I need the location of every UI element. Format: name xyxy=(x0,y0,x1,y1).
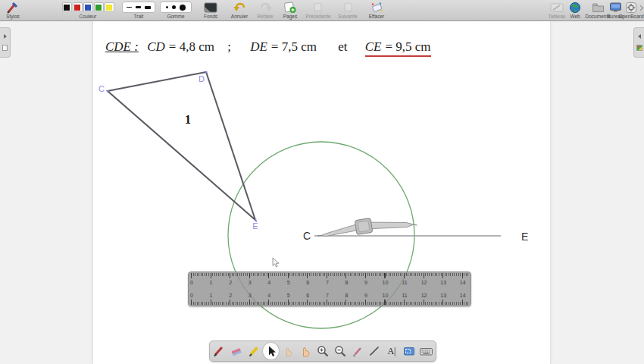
ruler-number: 6 xyxy=(306,280,309,285)
ruler-number: 2 xyxy=(229,280,232,285)
pen-color-button[interactable] xyxy=(83,2,93,12)
ruler-number: 3 xyxy=(249,293,252,298)
undo-label: Annuler xyxy=(231,14,248,19)
pen-color-button[interactable] xyxy=(94,2,104,12)
backgrounds-icon xyxy=(204,1,217,14)
ruler-number: 9 xyxy=(364,280,367,285)
stylus-toolbar: A| xyxy=(209,340,436,362)
statement-heading: CDE : xyxy=(105,39,139,54)
statement-separator: ; xyxy=(227,39,231,54)
ruler-mm-ticks-bottom xyxy=(191,302,468,305)
select-tool-button[interactable] xyxy=(263,343,279,359)
eraser-button[interactable] xyxy=(229,343,245,359)
pen-color-swatch xyxy=(95,5,102,11)
library-tab[interactable] xyxy=(633,27,644,58)
ruler-number: 10 xyxy=(383,280,389,285)
capture-button[interactable] xyxy=(401,343,417,359)
redo-icon xyxy=(259,1,272,14)
previous-page-label: Précédente xyxy=(305,14,330,19)
top-toolbar: Stylos Couleur Trait xyxy=(0,0,644,21)
clear-page-button[interactable]: Effacer xyxy=(364,1,389,20)
folder-icon xyxy=(592,1,605,14)
capture-icon xyxy=(402,344,416,358)
pen-color-swatches xyxy=(62,2,114,12)
ruler-number: 1 xyxy=(210,293,213,298)
next-page-button[interactable]: Suivante xyxy=(335,1,361,20)
draw-line-button[interactable] xyxy=(367,343,383,359)
ruler-tool[interactable]: 01234567891011121314 0123456789101112131… xyxy=(188,271,471,306)
ruler-number: 5 xyxy=(287,280,290,285)
backgrounds-button[interactable]: Fonds xyxy=(199,1,223,20)
ruler-number: 14 xyxy=(460,280,466,285)
ruler-number: 11 xyxy=(402,280,407,285)
undo-button[interactable]: Annuler xyxy=(227,1,252,20)
medium-line-icon[interactable] xyxy=(136,6,142,8)
web-mode-label: Web xyxy=(570,14,580,19)
line-width-picker[interactable]: Trait xyxy=(121,1,156,20)
pens-button[interactable]: Stylos xyxy=(0,1,26,20)
text-tool-button[interactable]: A| xyxy=(384,343,400,359)
page-navigator-tab[interactable] xyxy=(0,27,11,58)
scroll-hand-button[interactable] xyxy=(298,343,314,359)
board-mode-icon xyxy=(550,1,564,14)
eraser-icon xyxy=(230,344,243,358)
zoom-out-icon xyxy=(333,344,347,358)
play-interact-button[interactable] xyxy=(280,343,296,359)
gear-icon xyxy=(625,1,637,14)
previous-page-button[interactable]: Précédente xyxy=(303,1,333,20)
keyboard-icon xyxy=(419,344,433,358)
small-eraser-icon[interactable] xyxy=(166,6,168,8)
ruler-number: 0 xyxy=(190,293,193,298)
board-mode-label: Tableau xyxy=(549,14,566,19)
zoom-in-icon xyxy=(316,344,330,358)
pen-color-swatch xyxy=(85,5,91,11)
new-page-icon xyxy=(283,1,297,14)
pen-color-button[interactable] xyxy=(73,2,83,12)
pen-color-button[interactable] xyxy=(105,2,114,12)
medium-eraser-icon[interactable] xyxy=(172,5,176,9)
ruler-numbers-top: 01234567891011121314 xyxy=(191,280,468,287)
thick-line-icon[interactable] xyxy=(145,6,151,9)
ruler-number: 7 xyxy=(326,280,329,285)
ruler-number: 9 xyxy=(364,293,367,298)
new-page-button[interactable]: Pages xyxy=(279,1,302,20)
ruler-number: 5 xyxy=(287,293,290,298)
large-eraser-icon[interactable] xyxy=(180,5,186,11)
pages-panel-icon xyxy=(2,45,8,51)
pen-icon xyxy=(6,1,20,14)
ruler-number: 13 xyxy=(440,293,446,298)
openboard-window: Stylos Couleur Trait xyxy=(0,0,644,364)
board-page[interactable]: CDE : CD= 4,8 cm ; DE= 7,5 cm et CE= 9,5… xyxy=(92,21,551,364)
ruler-cm-ticks-top xyxy=(191,273,468,278)
redo-button[interactable]: Refaire xyxy=(253,1,277,20)
statement-cd: CD= 4,8 cm xyxy=(147,39,214,55)
expand-left-icon xyxy=(638,34,641,39)
highlighter-icon xyxy=(247,344,261,358)
select-arrow-icon xyxy=(264,344,278,358)
svg-text:A|: A| xyxy=(388,346,396,356)
new-page-label: Pages xyxy=(283,14,297,19)
previous-page-icon xyxy=(312,1,324,14)
statement-conjunction: et xyxy=(338,39,347,54)
monitor-icon xyxy=(609,1,622,14)
openboard-menu-button[interactable]: OpenBoard xyxy=(621,1,641,20)
line-tool-icon xyxy=(367,344,381,358)
color-picker: Couleur xyxy=(58,1,118,20)
backgrounds-label: Fonds xyxy=(204,14,217,19)
highlighter-button[interactable] xyxy=(245,343,261,359)
statement-ce-highlighted: CE= 9,5 cm xyxy=(365,39,431,57)
pens-label: Stylos xyxy=(6,14,20,19)
ruler-number: 10 xyxy=(383,293,389,298)
laser-pointer-button[interactable] xyxy=(349,343,365,359)
zoom-in-button[interactable] xyxy=(314,343,330,359)
thin-line-icon[interactable] xyxy=(127,7,132,8)
clear-page-icon xyxy=(370,1,383,14)
annotate-pen-button[interactable] xyxy=(211,343,227,359)
ruler-number: 13 xyxy=(440,280,446,285)
virtual-keyboard-button[interactable] xyxy=(418,343,434,359)
library-panel-icon xyxy=(636,45,642,51)
zoom-out-button[interactable] xyxy=(332,343,348,359)
ruler-number: 14 xyxy=(460,293,466,298)
pen-color-button[interactable] xyxy=(62,2,72,12)
eraser-size-picker[interactable]: Gomme xyxy=(159,1,192,20)
